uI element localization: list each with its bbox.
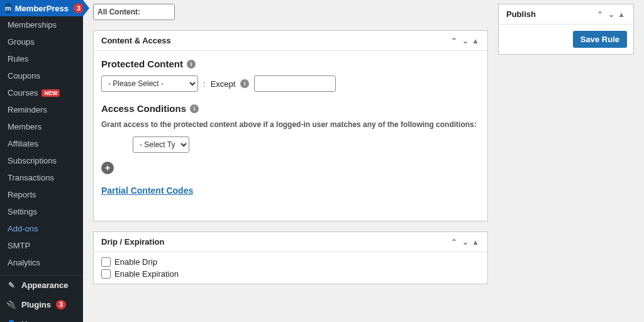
sidebar-item-memberships[interactable]: Memberships [0, 16, 83, 33]
mainmenu: ✎Appearance 🔌Plugins3 👤Users 🔧Tools [0, 275, 83, 322]
sidebar-item-appearance[interactable]: ✎Appearance [0, 275, 83, 295]
rule-title-input[interactable] [93, 4, 175, 20]
chevron-up-icon[interactable]: ⌃ [594, 10, 606, 19]
sidebar-item-analytics[interactable]: Analytics [0, 254, 83, 271]
content-area: Content & Access ⌃ ⌄ ▴ Protected Content… [83, 0, 644, 322]
caret-up-icon[interactable]: ▴ [617, 10, 626, 19]
brand-bar[interactable]: m MemberPress 3 [0, 0, 83, 16]
sidebar-item-groups[interactable]: Groups [0, 33, 83, 50]
submenu: Memberships Groups Rules Coupons Courses… [0, 16, 83, 271]
enable-expiration-checkbox[interactable] [101, 269, 111, 279]
brand-notice-count: 3 [74, 3, 84, 13]
info-icon[interactable]: i [187, 60, 196, 69]
content-access-metabox: Content & Access ⌃ ⌄ ▴ Protected Content… [93, 30, 488, 221]
sidebar-item-addons[interactable]: Add-ons [0, 220, 83, 237]
side-column: Publish ⌃ ⌄ ▴ Save Rule [498, 4, 634, 317]
drip-expiration-metabox: Drip / Expiration ⌃ ⌄ ▴ Enable Drip Enab… [93, 231, 488, 284]
sidebar-item-coupons[interactable]: Coupons [0, 67, 83, 84]
access-conditions-desc: Grant access to the protected content ab… [101, 120, 480, 129]
sidebar-item-subscriptions[interactable]: Subscriptions [0, 152, 83, 169]
chevron-down-icon[interactable]: ⌄ [460, 238, 471, 247]
info-icon[interactable]: i [190, 104, 199, 113]
sidebar-item-members[interactable]: Members [0, 118, 83, 135]
brand-pointer-icon [83, 0, 89, 16]
save-rule-button[interactable]: Save Rule [573, 31, 627, 48]
enable-drip-checkbox[interactable] [101, 257, 111, 267]
new-badge: NEW [42, 89, 60, 97]
publish-title: Publish [506, 9, 594, 19]
access-type-select[interactable]: - Select Type - [133, 136, 189, 153]
sidebar-item-transactions[interactable]: Transactions [0, 169, 83, 186]
plug-icon: 🔌 [6, 300, 16, 309]
brush-icon: ✎ [6, 280, 16, 290]
sidebar-item-courses[interactable]: CoursesNEW [0, 84, 83, 101]
enable-drip-row[interactable]: Enable Drip [101, 256, 480, 268]
info-icon[interactable]: i [240, 79, 249, 88]
protected-content-select[interactable]: - Please Select - [101, 75, 198, 92]
user-icon: 👤 [6, 319, 16, 322]
add-condition-button[interactable]: + [101, 162, 114, 174]
sidebar-item-smtp[interactable]: SMTP [0, 237, 83, 254]
content-access-title: Content & Access [101, 36, 448, 45]
partial-content-codes-link[interactable]: Partial Content Codes [101, 186, 193, 196]
caret-up-icon[interactable]: ▴ [471, 36, 480, 45]
brand-label: MemberPress [15, 4, 69, 13]
chevron-down-icon[interactable]: ⌄ [606, 10, 617, 19]
chevron-up-icon[interactable]: ⌃ [448, 36, 460, 45]
content-access-handle[interactable]: Content & Access ⌃ ⌄ ▴ [94, 31, 487, 50]
access-conditions-heading: Access Conditions i [101, 103, 480, 114]
protected-content-heading: Protected Content i [101, 58, 480, 69]
sidebar-item-users[interactable]: 👤Users [0, 314, 83, 322]
main-column: Content & Access ⌃ ⌄ ▴ Protected Content… [93, 4, 488, 317]
except-input[interactable] [254, 75, 336, 92]
chevron-up-icon[interactable]: ⌃ [448, 238, 460, 247]
publish-metabox: Publish ⌃ ⌄ ▴ Save Rule [498, 4, 634, 55]
admin-sidebar: m MemberPress 3 Memberships Groups Rules… [0, 0, 83, 322]
sidebar-item-affiliates[interactable]: Affiliates [0, 135, 83, 152]
sidebar-item-settings[interactable]: Settings [0, 203, 83, 220]
brand-icon: m [5, 3, 11, 13]
sidebar-item-reports[interactable]: Reports [0, 186, 83, 203]
sidebar-item-plugins[interactable]: 🔌Plugins3 [0, 295, 83, 314]
chevron-down-icon[interactable]: ⌄ [460, 36, 471, 45]
drip-expiration-handle[interactable]: Drip / Expiration ⌃ ⌄ ▴ [94, 232, 487, 252]
publish-handle[interactable]: Publish ⌃ ⌄ ▴ [499, 4, 633, 24]
sidebar-item-rules[interactable]: Rules [0, 50, 83, 67]
except-label: Except [211, 79, 236, 89]
drip-expiration-title: Drip / Expiration [101, 237, 448, 247]
sidebar-item-reminders[interactable]: Reminders [0, 101, 83, 118]
caret-up-icon[interactable]: ▴ [471, 238, 480, 247]
enable-expiration-row[interactable]: Enable Expiration [101, 268, 480, 280]
plugins-update-count: 3 [56, 300, 66, 309]
